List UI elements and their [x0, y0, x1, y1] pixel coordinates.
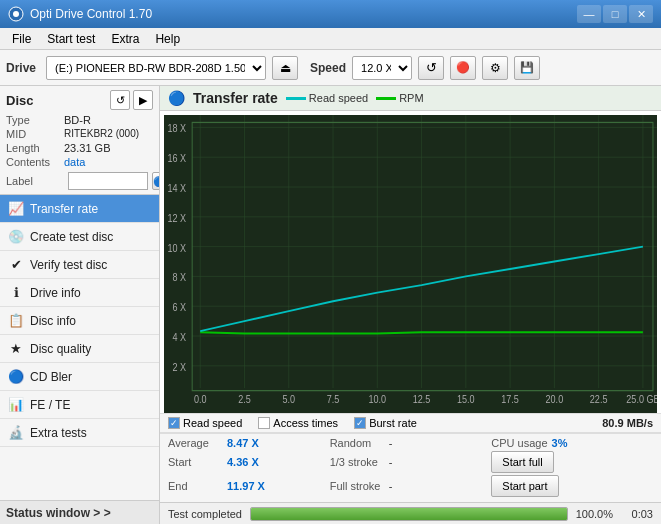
speed-select[interactable]: 12.0 X: [352, 56, 412, 80]
contents-val[interactable]: data: [64, 156, 85, 168]
label-set-icon: 🔵: [153, 176, 160, 187]
full-stroke-key: Full stroke: [330, 480, 385, 492]
start-full-col: Start full: [491, 451, 653, 473]
settings-button[interactable]: ⚙: [482, 56, 508, 80]
length-key: Length: [6, 142, 64, 154]
svg-text:17.5: 17.5: [501, 393, 519, 405]
menu-start-test[interactable]: Start test: [39, 30, 103, 48]
refresh-icon: ↺: [426, 60, 437, 75]
read-speed-checkbox[interactable]: ✓: [168, 417, 180, 429]
progress-time: 0:03: [621, 508, 653, 520]
eject-button[interactable]: ⏏: [272, 56, 298, 80]
length-val: 23.31 GB: [64, 142, 110, 154]
random-col: Random -: [330, 437, 492, 449]
svg-text:4 X: 4 X: [173, 331, 187, 343]
read-speed-checkbox-item[interactable]: ✓ Read speed: [168, 417, 242, 429]
transfer-rate-icon: 📈: [8, 201, 24, 216]
disc-quality-icon: ★: [8, 341, 24, 356]
nav-item-transfer-rate[interactable]: 📈 Transfer rate: [0, 195, 159, 223]
svg-text:2 X: 2 X: [173, 361, 187, 373]
cpu-col: CPU usage 3%: [491, 437, 653, 449]
main-layout: Disc ↺ ▶ Type BD-R MID RITEKBR2 (000) Le…: [0, 86, 661, 524]
eject-icon: ⏏: [280, 61, 291, 75]
burst-rate-value: 80.9 MB/s: [602, 417, 653, 429]
nav-item-label: Transfer rate: [30, 202, 98, 216]
nav-item-label: FE / TE: [30, 398, 70, 412]
close-button[interactable]: ✕: [629, 5, 653, 23]
verify-test-disc-icon: ✔: [8, 257, 24, 272]
label-input[interactable]: [68, 172, 148, 190]
svg-text:2.5: 2.5: [238, 393, 251, 405]
svg-text:10.0: 10.0: [368, 393, 386, 405]
disc-title: Disc: [6, 93, 33, 108]
svg-text:8 X: 8 X: [173, 271, 187, 283]
burst-rate-checkbox[interactable]: ✓: [354, 417, 366, 429]
nav-item-fe-te[interactable]: 📊 FE / TE: [0, 391, 159, 419]
label-key: Label: [6, 175, 64, 187]
chart-container: 18 X 16 X 14 X 12 X 10 X 8 X 6 X 4 X 2 X…: [160, 111, 661, 413]
burst-rate-checkbox-item[interactable]: ✓ Burst rate: [354, 417, 417, 429]
cpu-val: 3%: [552, 437, 568, 449]
menu-extra[interactable]: Extra: [103, 30, 147, 48]
svg-text:20.0: 20.0: [546, 393, 564, 405]
save-button[interactable]: 💾: [514, 56, 540, 80]
label-set-button[interactable]: 🔵: [152, 172, 160, 190]
chart-icon: 🔵: [168, 90, 185, 106]
svg-text:7.5: 7.5: [327, 393, 340, 405]
minimize-button[interactable]: —: [577, 5, 601, 23]
start-part-button[interactable]: Start part: [491, 475, 558, 497]
nav-item-create-test-disc[interactable]: 💿 Create test disc: [0, 223, 159, 251]
svg-text:14 X: 14 X: [168, 182, 187, 194]
disc-info-icon: 📋: [8, 313, 24, 328]
stats-row-1: Average 8.47 X Random - CPU usage 3%: [168, 437, 653, 449]
svg-text:22.5: 22.5: [590, 393, 608, 405]
maximize-button[interactable]: □: [603, 5, 627, 23]
svg-text:16 X: 16 X: [168, 152, 187, 164]
toolbar: Drive (E:) PIONEER BD-RW BDR-208D 1.50 ⏏…: [0, 50, 661, 86]
menu-bar: File Start test Extra Help: [0, 28, 661, 50]
speed-refresh-button[interactable]: ↺: [418, 56, 444, 80]
nav-item-label: Extra tests: [30, 426, 87, 440]
mid-key: MID: [6, 128, 64, 140]
svg-text:25.0 GB: 25.0 GB: [626, 393, 657, 405]
start-key: Start: [168, 456, 223, 468]
start-val: 4.36 X: [227, 456, 259, 468]
nav-item-label: Drive info: [30, 286, 81, 300]
svg-text:10 X: 10 X: [168, 242, 187, 254]
drive-select[interactable]: (E:) PIONEER BD-RW BDR-208D 1.50: [46, 56, 266, 80]
disc-info-button[interactable]: ▶: [133, 90, 153, 110]
window-controls: — □ ✕: [577, 5, 653, 23]
nav-item-extra-tests[interactable]: 🔬 Extra tests: [0, 419, 159, 447]
nav-item-verify-test-disc[interactable]: ✔ Verify test disc: [0, 251, 159, 279]
nav-item-cd-bler[interactable]: 🔵 CD Bler: [0, 363, 159, 391]
nav-item-drive-info[interactable]: ℹ Drive info: [0, 279, 159, 307]
status-window-button[interactable]: Status window > >: [0, 500, 159, 524]
start-part-col: Start part: [491, 475, 653, 497]
chart-title: Transfer rate: [193, 90, 278, 106]
progress-percent: 100.0%: [576, 508, 613, 520]
access-times-checkbox[interactable]: [258, 417, 270, 429]
cd-bler-icon: 🔵: [8, 369, 24, 384]
nav-item-disc-quality[interactable]: ★ Disc quality: [0, 335, 159, 363]
access-times-checkbox-item[interactable]: Access times: [258, 417, 338, 429]
extra-tests-icon: 🔬: [8, 425, 24, 440]
nav-item-disc-info[interactable]: 📋 Disc info: [0, 307, 159, 335]
fe-te-icon: 📊: [8, 397, 24, 412]
save-icon: 💾: [520, 61, 534, 74]
start-full-button[interactable]: Start full: [491, 451, 553, 473]
nav-item-label: Create test disc: [30, 230, 113, 244]
disc-refresh-button[interactable]: ↺: [110, 90, 130, 110]
transfer-rate-chart: 18 X 16 X 14 X 12 X 10 X 8 X 6 X 4 X 2 X…: [164, 115, 657, 413]
end-val: 11.97 X: [227, 480, 265, 492]
chart-controls: ✓ Read speed Access times ✓ Burst rate 8…: [160, 413, 661, 433]
access-times-label: Access times: [273, 417, 338, 429]
full-stroke-col: Full stroke -: [330, 480, 492, 492]
sidebar: Disc ↺ ▶ Type BD-R MID RITEKBR2 (000) Le…: [0, 86, 160, 524]
legend-read-color: [286, 97, 306, 100]
disc-color-button[interactable]: 🔴: [450, 56, 476, 80]
status-window-label: Status window > >: [6, 506, 111, 520]
stroke13-val: -: [389, 456, 393, 468]
menu-file[interactable]: File: [4, 30, 39, 48]
menu-help[interactable]: Help: [147, 30, 188, 48]
legend-read: Read speed: [286, 92, 368, 104]
